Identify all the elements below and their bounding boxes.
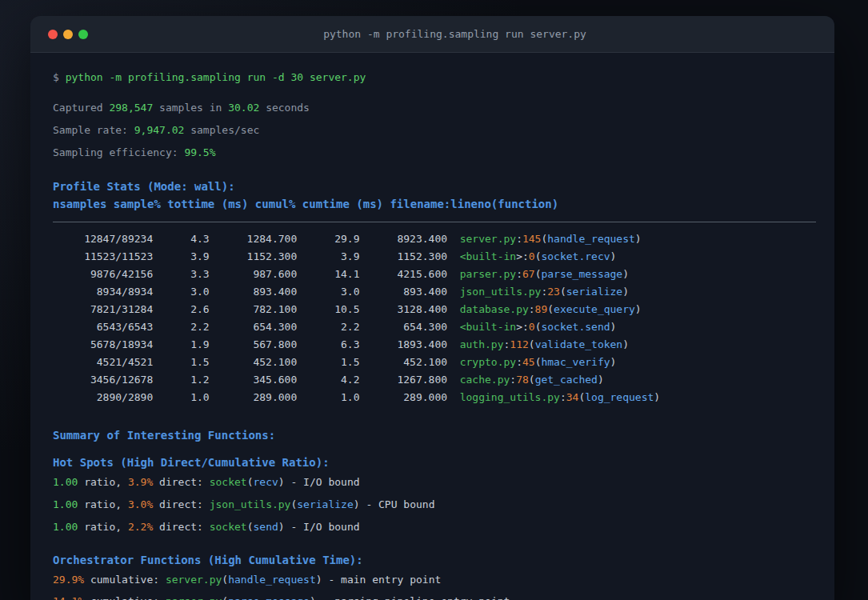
orchestrator-item: 14.1% cumulative: parser.py(parse_messag… (53, 593, 834, 600)
orchestrator-item: 29.9% cumulative: server.py(handle_reque… (53, 571, 834, 589)
lineno: 145 (522, 233, 541, 245)
window-title: python -m profiling.sampling run server.… (88, 28, 822, 40)
sample-rate-line: Sample rate: 9,947.02 samples/sec (53, 122, 834, 139)
table-row: 5678/189341.9567.8006.31893.400auth.py:1… (53, 336, 834, 354)
cumulative-pct: 14.1% (53, 595, 84, 600)
nsamples-cell: 6543/6543 (53, 318, 153, 336)
cumtime-cell: 1152.300 (359, 248, 447, 266)
tottime-cell: 1152.300 (210, 248, 298, 266)
profile-stats-heading: Profile Stats (Mode: wall): (53, 178, 834, 195)
cumul-pct-cell: 3.0 (297, 283, 359, 301)
direct-pct: 3.9% (128, 476, 153, 488)
table-row: 8934/89343.0893.4003.0893.400json_utils.… (53, 283, 834, 301)
tottime-cell: 654.300 (210, 318, 298, 336)
sample-pct-cell: 1.0 (153, 389, 209, 406)
traffic-lights (48, 30, 88, 39)
tottime-cell: 345.600 (210, 371, 298, 389)
prompt: $ (53, 71, 66, 83)
cumtime-cell: 1267.800 (359, 371, 447, 389)
cumtime-cell: 8923.400 (359, 230, 447, 248)
sample-pct-cell: 3.9 (153, 248, 209, 266)
table-row: 7821/312842.6782.10010.53128.400database… (53, 301, 834, 318)
function-name: parse_message (228, 595, 310, 600)
function-name: execute_query (554, 303, 635, 315)
direct-pct: 2.2% (128, 521, 153, 533)
ratio-value: 1.00 (53, 498, 78, 510)
nsamples-cell: 9876/42156 (53, 266, 153, 283)
cumul-pct-cell: 6.3 (297, 336, 359, 354)
cumtime-cell: 893.400 (359, 283, 447, 301)
captured-line: Captured 298,547 samples in 30.02 second… (53, 99, 834, 117)
sample-pct-cell: 3.0 (153, 283, 209, 301)
lineno: 45 (522, 356, 535, 368)
cumul-pct-cell: 2.2 (297, 318, 359, 336)
direct-pct: 3.0% (128, 498, 153, 510)
cumtime-cell: 1893.400 (359, 336, 447, 354)
function-name: log_request (585, 391, 654, 403)
tottime-cell: 289.000 (210, 389, 298, 406)
target-name: socket (210, 476, 247, 488)
tottime-cell: 987.600 (210, 266, 298, 283)
filename: <built-in (460, 321, 516, 333)
close-button[interactable] (48, 30, 58, 39)
cumtime-cell: 654.300 (359, 318, 447, 336)
lineno: 89 (535, 303, 548, 315)
filename: json_utils.py (460, 286, 542, 298)
sample-rate-value: 9,947.02 (134, 124, 185, 136)
cumul-pct-cell: 10.5 (297, 301, 359, 318)
lineno: 78 (516, 374, 529, 386)
maximize-button[interactable] (78, 30, 88, 39)
title-bar: python -m profiling.sampling run server.… (30, 16, 834, 53)
tottime-cell: 452.100 (210, 354, 298, 371)
target-name: json_utils.py (210, 498, 291, 510)
function-name: serialize (297, 498, 353, 510)
function-name: socket.recv (541, 250, 610, 262)
samples-count: 298,547 (109, 102, 153, 114)
table-row: 11523/115233.91152.3003.91152.300<built-… (53, 248, 834, 266)
filename: server.py (166, 574, 222, 586)
orchestrator-heading: Orchestrator Functions (High Cumulative … (53, 551, 834, 569)
function-name: socket.send (541, 321, 610, 333)
nsamples-cell: 5678/18934 (53, 336, 153, 354)
nsamples-cell: 3456/12678 (53, 371, 153, 389)
table-row: 2890/28901.0289.0001.0289.000logging_uti… (53, 389, 834, 406)
capture-duration: 30.02 (228, 102, 259, 114)
command-text: python -m profiling.sampling run -d 30 s… (66, 71, 366, 83)
summary-heading: Summary of Interesting Functions: (53, 426, 834, 444)
filename: cache.py (460, 374, 510, 386)
filename: server.py (460, 233, 516, 245)
table-row: 3456/126781.2345.6004.21267.800cache.py:… (53, 371, 834, 389)
table-columns-header: nsamples sample% tottime (ms) cumul% cum… (53, 195, 834, 213)
filename: parser.py (460, 268, 516, 280)
function-name: recv (254, 476, 278, 488)
tottime-cell: 1284.700 (210, 230, 298, 248)
target-name: socket (210, 521, 247, 533)
nsamples-cell: 2890/2890 (53, 389, 153, 406)
sample-pct-cell: 2.6 (153, 301, 209, 318)
cumul-pct-cell: 1.0 (297, 389, 359, 406)
cumtime-cell: 3128.400 (359, 301, 447, 318)
lineno: 34 (566, 391, 579, 403)
minimize-button[interactable] (63, 30, 73, 39)
cumtime-cell: 4215.600 (359, 266, 447, 283)
sample-pct-cell: 2.2 (153, 318, 209, 336)
lineno: 0 (529, 321, 535, 333)
nsamples-cell: 4521/4521 (53, 354, 153, 371)
function-name: serialize (566, 286, 622, 298)
ratio-value: 1.00 (53, 476, 78, 488)
filename: parser.py (166, 595, 222, 600)
table-row: 6543/65432.2654.3002.2654.300<built-in>:… (53, 318, 834, 336)
nsamples-cell: 11523/11523 (53, 248, 153, 266)
separator-rule (53, 222, 816, 222)
filename: database.py (460, 303, 529, 315)
hot-spot-item: 1.00 ratio, 3.9% direct: socket(recv) - … (53, 474, 834, 491)
filename: crypto.py (460, 356, 516, 368)
function-name: get_cached (535, 374, 598, 386)
hot-spot-item: 1.00 ratio, 3.0% direct: json_utils.py(s… (53, 496, 834, 514)
function-name: parse_message (541, 268, 622, 280)
function-name: handle_request (228, 574, 316, 586)
function-name: send (254, 521, 278, 533)
nsamples-cell: 7821/31284 (53, 301, 153, 318)
sample-pct-cell: 1.9 (153, 336, 209, 354)
table-row: 12847/892344.31284.70029.98923.400server… (53, 230, 834, 248)
